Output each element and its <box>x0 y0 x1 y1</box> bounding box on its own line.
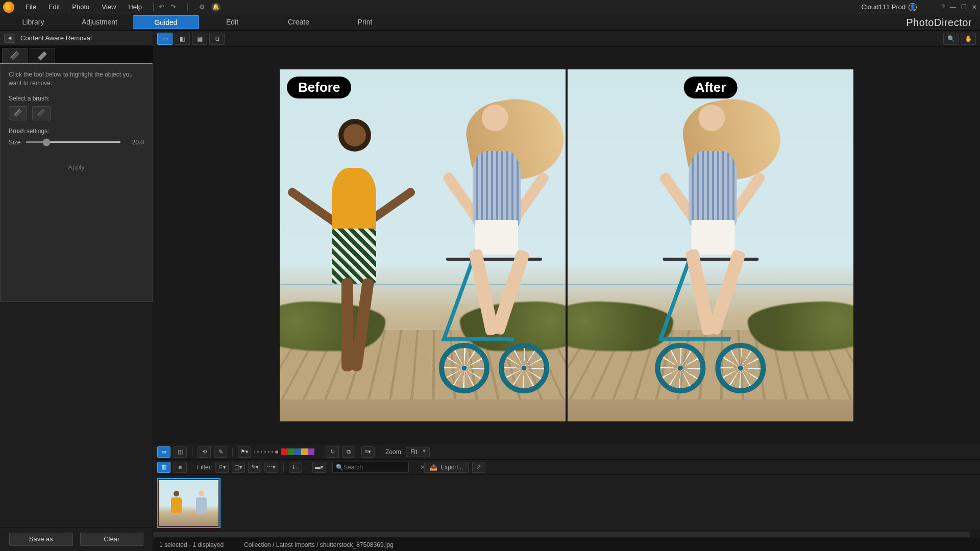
menu-file[interactable]: File <box>19 0 42 14</box>
tab-print[interactable]: Print <box>332 14 398 30</box>
area-brush-icon <box>10 51 19 60</box>
filmstrip-thumb[interactable]: ✎ <box>157 478 220 528</box>
tab-guided[interactable]: Guided <box>133 15 199 29</box>
stack-button[interactable]: ▬▾ <box>312 462 326 473</box>
menu-edit[interactable]: Edit <box>42 0 66 14</box>
search-input[interactable] <box>344 464 420 471</box>
sort-order-button[interactable]: ↧≡ <box>289 462 302 473</box>
panel-hint: Click the tool below to highlight the ob… <box>9 70 144 88</box>
sort-menu-button[interactable]: ≡▾ <box>361 446 375 458</box>
export-icon: 📤 <box>430 464 437 471</box>
after-badge: After <box>684 77 738 98</box>
panel-tool-tabs <box>0 46 153 64</box>
pan-tool-button[interactable]: ✋ <box>961 33 976 45</box>
tab-adjustment[interactable]: Adjustment <box>66 14 133 30</box>
after-image: After <box>568 69 853 421</box>
account-avatar-icon[interactable]: 👤 <box>909 3 917 11</box>
tool-tab-area-brush[interactable] <box>2 48 28 63</box>
export-label: Export... <box>440 464 463 471</box>
before-badge: Before <box>287 77 351 98</box>
apply-button[interactable]: Apply <box>59 161 94 173</box>
search-box[interactable]: 🔍 ✕ <box>332 462 409 473</box>
window-minimize-icon[interactable]: — <box>950 4 956 11</box>
status-selection: 1 selected - 1 displayed <box>159 541 224 548</box>
image-canvas[interactable]: Before <box>153 47 980 444</box>
status-path: Collection / Latest Imports / shuttersto… <box>244 541 394 548</box>
removed-subject <box>303 119 400 393</box>
menu-help[interactable]: Help <box>122 0 148 14</box>
refresh-button[interactable]: ↻ <box>326 446 339 458</box>
view-mode-1-button[interactable]: ▭ <box>157 446 170 458</box>
tool-tab-line-brush[interactable] <box>30 48 55 63</box>
tab-create[interactable]: Create <box>265 14 332 30</box>
brand-label: PhotoDirector <box>398 14 980 30</box>
view-side-by-side-button[interactable]: ◧ <box>175 33 190 45</box>
share-button[interactable]: ↗ <box>472 462 485 473</box>
save-as-button[interactable]: Save as <box>9 533 73 546</box>
size-slider[interactable] <box>26 141 121 143</box>
viewer-toolbar: ▭ ◧ ▦ ⧉ 🔍 ✋ <box>153 31 980 47</box>
color-label-swatches[interactable] <box>281 448 314 455</box>
filter-edit-button[interactable]: ✎▾ <box>248 462 261 473</box>
tab-edit[interactable]: Edit <box>199 14 265 30</box>
select-brush-label: Select a brush: <box>9 95 144 102</box>
rating-toolbar: ▭ ◫ ⟲ ✎ ⚑▾ ↻ ⧉ ≡▾ Zoom: Fit <box>153 444 980 459</box>
view-compare-button[interactable]: ⧉ <box>209 33 225 45</box>
filter-label-button[interactable]: ▢▾ <box>232 462 245 473</box>
menu-view[interactable]: View <box>95 0 122 14</box>
menubar: File Edit Photo View Help ↶ ↷ ⚙ 🔔 Cloud1… <box>0 0 980 14</box>
notifications-bell-icon[interactable]: 🔔 <box>211 3 220 12</box>
settings-gear-icon[interactable]: ⚙ <box>199 3 205 11</box>
size-value: 20.0 <box>126 139 144 146</box>
panel-title: Content Aware Removal <box>20 34 92 42</box>
filter-flag-button[interactable]: ⚐▾ <box>215 462 229 473</box>
strip-view-list-button[interactable]: ≡ <box>174 462 187 473</box>
brush-add-button[interactable] <box>9 106 27 120</box>
filmstrip-scrollbar[interactable] <box>153 531 980 538</box>
brush-erase-button[interactable] <box>32 106 51 120</box>
back-button[interactable]: ◄ <box>4 34 15 43</box>
account-name[interactable]: Cloud111 Prod <box>862 3 906 11</box>
search-icon: 🔍 <box>336 464 344 471</box>
filter-more-button[interactable]: ⋯▾ <box>264 462 278 473</box>
help-icon[interactable]: ? <box>941 4 945 11</box>
clear-button[interactable]: Clear <box>80 533 144 546</box>
export-button[interactable]: 📤 Export... <box>424 462 469 473</box>
before-image: Before <box>280 69 566 421</box>
app-logo <box>3 2 14 13</box>
compare-toggle-button[interactable]: ⧉ <box>342 446 355 458</box>
zoom-tool-button[interactable]: 🔍 <box>943 33 959 45</box>
rotate-left-button[interactable]: ⟲ <box>198 446 211 458</box>
strip-view-grid-button[interactable]: ▥ <box>157 462 170 473</box>
view-single-button[interactable]: ▭ <box>157 33 173 45</box>
brush-add-icon <box>14 109 22 117</box>
menu-photo[interactable]: Photo <box>66 0 95 14</box>
zoom-label: Zoom: <box>385 448 403 456</box>
undo-icon[interactable]: ↶ <box>159 3 164 11</box>
zoom-select[interactable]: Fit <box>406 447 430 457</box>
kept-subject-before <box>434 105 554 393</box>
module-tabs: Library Adjustment Guided Edit Create Pr… <box>0 14 980 31</box>
window-maximize-icon[interactable]: ❐ <box>961 4 967 11</box>
size-label: Size <box>9 139 20 146</box>
window-close-icon[interactable]: ✕ <box>972 4 977 11</box>
flag-button[interactable]: ⚑▾ <box>238 446 251 458</box>
filmstrip: ✎ <box>153 474 980 531</box>
view-grid-button[interactable]: ▦ <box>192 33 207 45</box>
rating-dots[interactable] <box>254 450 278 454</box>
rotate-right-button[interactable]: ✎ <box>214 446 227 458</box>
left-panel: ◄ Content Aware Removal Click the tool b… <box>0 31 153 551</box>
tab-library[interactable]: Library <box>0 14 66 30</box>
redo-icon[interactable]: ↷ <box>170 3 176 11</box>
kept-subject-after <box>650 105 770 393</box>
line-brush-icon <box>38 52 47 61</box>
status-bar: 1 selected - 1 displayed Collection / La… <box>153 538 980 551</box>
filter-toolbar: ▥ ≡ Filter: ⚐▾ ▢▾ ✎▾ ⋯▾ ↧≡ ▬▾ 🔍 ✕ 📤 Expo… <box>153 459 980 474</box>
brush-settings-label: Brush settings: <box>9 128 144 135</box>
view-mode-2-button[interactable]: ◫ <box>174 446 187 458</box>
filter-label: Filter: <box>197 464 212 471</box>
brush-erase-icon <box>37 109 45 117</box>
